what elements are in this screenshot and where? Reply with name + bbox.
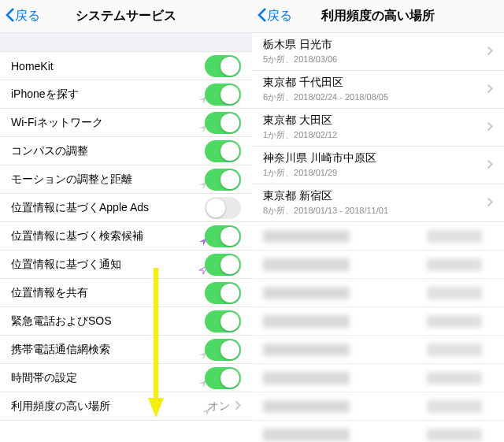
toggle-switch[interactable] — [205, 140, 241, 162]
blurred-row — [252, 222, 504, 251]
row-label: HomeKit — [11, 60, 205, 72]
location-title: 東京都 千代田区 — [263, 76, 482, 90]
location-title: 神奈川県 川崎市中原区 — [263, 151, 482, 165]
settings-list: HomeKit iPhoneを探す Wi-Fiネットワーク コンパスの調整 モー… — [0, 52, 252, 421]
blurred-row — [252, 307, 504, 336]
blurred-row — [252, 392, 504, 421]
row-label: 利用頻度の高い場所 — [11, 399, 202, 414]
chevron-right-icon — [487, 45, 493, 59]
blurred-row — [252, 279, 504, 307]
back-button[interactable]: 戻る — [0, 7, 40, 26]
settings-row: モーションの調整と距離 — [0, 165, 252, 194]
toggle-switch[interactable] — [205, 55, 241, 77]
location-row[interactable]: 栃木県 日光市 5か所、2018/03/06 — [252, 33, 504, 71]
back-button[interactable]: 戻る — [252, 7, 292, 26]
locations-list: 栃木県 日光市 5か所、2018/03/06 東京都 千代田区 6か所、2018… — [252, 33, 504, 222]
blurred-row — [252, 336, 504, 364]
location-subtitle: 1か所、2018/02/12 — [263, 129, 482, 141]
row-label: 位置情報を共有 — [11, 286, 205, 300]
toggle-switch[interactable] — [205, 339, 241, 361]
settings-row: iPhoneを探す — [0, 80, 252, 109]
back-label: 戻る — [15, 8, 40, 24]
settings-row: HomeKit — [0, 52, 252, 80]
toggle-switch[interactable] — [205, 310, 241, 332]
row-label: 位置情報に基づく通知 — [11, 258, 198, 272]
settings-row: 位置情報に基づく検索候補 — [0, 222, 252, 251]
location-row[interactable]: 東京都 大田区 1か所、2018/02/12 — [252, 109, 504, 147]
nav-bar: 戻る システムサービス — [0, 0, 252, 33]
toggle-switch[interactable] — [205, 169, 241, 191]
settings-row: コンパスの調整 — [0, 137, 252, 165]
location-row[interactable]: 神奈川県 川崎市中原区 1か所、2018/01/29 — [252, 147, 504, 184]
blurred-row — [252, 364, 504, 392]
chevron-right-icon — [487, 196, 493, 210]
chevron-right-icon — [487, 83, 493, 97]
blurred-row — [252, 421, 504, 442]
row-label: 位置情報に基づくApple Ads — [11, 201, 205, 215]
significant-locations-row[interactable]: 利用頻度の高い場所 オン — [0, 392, 252, 421]
toggle-switch[interactable] — [205, 367, 241, 389]
chevron-left-icon — [257, 7, 267, 26]
right-panel: 戻る 利用頻度の高い場所 栃木県 日光市 5か所、2018/03/06 東京都 … — [252, 0, 504, 442]
row-value: オン — [208, 399, 230, 414]
settings-row: 時間帯の設定 — [0, 364, 252, 392]
left-panel: 戻る システムサービス HomeKit iPhoneを探す Wi-Fiネットワー… — [0, 0, 252, 442]
location-subtitle: 8か所、2018/01/13 - 2018/11/01 — [263, 205, 482, 217]
toggle-switch[interactable] — [205, 225, 241, 247]
back-label: 戻る — [267, 8, 292, 24]
chevron-right-icon — [487, 158, 493, 173]
row-label: iPhoneを探す — [11, 87, 198, 102]
location-title: 東京都 大田区 — [263, 113, 482, 128]
location-subtitle: 1か所、2018/01/29 — [263, 167, 482, 179]
section-gap — [0, 33, 252, 52]
toggle-switch[interactable] — [205, 282, 241, 304]
toggle-switch[interactable] — [205, 112, 241, 134]
settings-row: 位置情報を共有 — [0, 279, 252, 307]
location-title: 栃木県 日光市 — [263, 38, 482, 52]
settings-row: Wi-Fiネットワーク — [0, 109, 252, 137]
location-subtitle: 5か所、2018/03/06 — [263, 54, 482, 65]
row-label: 時間帯の設定 — [11, 371, 198, 385]
row-label: 緊急電話およびSOS — [11, 314, 205, 329]
location-subtitle: 6か所、2018/02/24 - 2018/08/05 — [263, 91, 482, 103]
chevron-right-icon — [235, 400, 241, 413]
row-label: 携帯電話通信網検索 — [11, 343, 198, 357]
row-label: コンパスの調整 — [11, 144, 205, 158]
row-label: モーションの調整と距離 — [11, 173, 198, 187]
nav-bar: 戻る 利用頻度の高い場所 — [252, 0, 504, 33]
location-row[interactable]: 東京都 千代田区 6か所、2018/02/24 - 2018/08/05 — [252, 71, 504, 109]
settings-row: 緊急電話およびSOS — [0, 307, 252, 336]
toggle-switch[interactable] — [205, 254, 241, 276]
settings-row: 携帯電話通信網検索 — [0, 336, 252, 364]
blurred-row — [252, 251, 504, 279]
settings-row: 位置情報に基づく通知 — [0, 251, 252, 279]
chevron-right-icon — [487, 121, 493, 135]
chevron-left-icon — [5, 7, 15, 26]
blurred-list — [252, 222, 504, 442]
toggle-switch[interactable] — [205, 84, 241, 106]
toggle-switch[interactable] — [205, 197, 241, 219]
location-row[interactable]: 東京都 新宿区 8か所、2018/01/13 - 2018/11/01 — [252, 184, 504, 222]
settings-row: 位置情報に基づくApple Ads — [0, 194, 252, 222]
row-label: 位置情報に基づく検索候補 — [11, 229, 198, 243]
row-label: Wi-Fiネットワーク — [11, 116, 198, 130]
location-title: 東京都 新宿区 — [263, 189, 482, 203]
